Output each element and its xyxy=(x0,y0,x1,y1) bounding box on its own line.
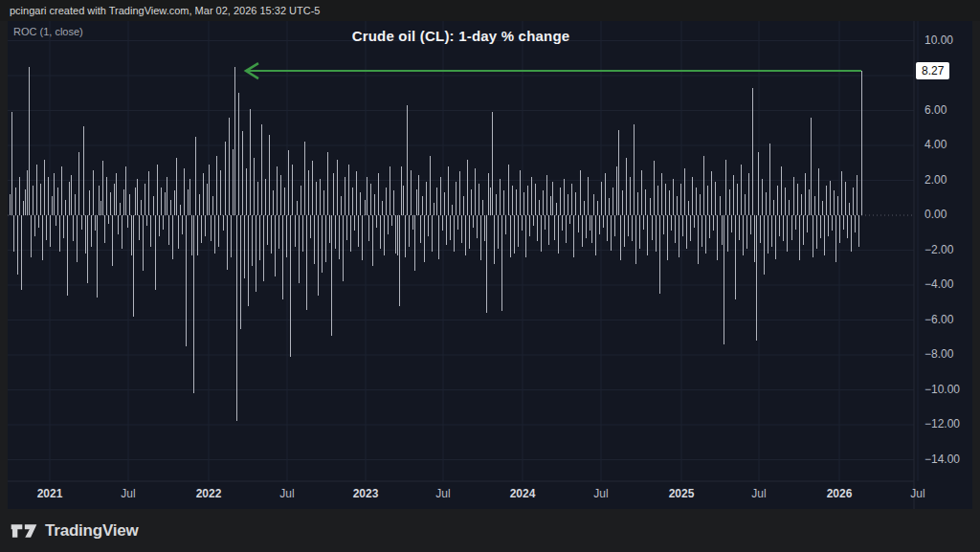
x-tick-label: Jul xyxy=(593,487,608,500)
y-tick-label: −12.00 xyxy=(924,417,960,431)
y-tick-label: −10.00 xyxy=(924,383,960,396)
tradingview-logo-icon[interactable] xyxy=(10,522,38,540)
x-tick-label: Jul xyxy=(910,487,924,500)
y-tick-label: 2.00 xyxy=(924,173,947,187)
y-tick-label: 6.00 xyxy=(924,103,947,117)
y-tick-label: 4.00 xyxy=(924,138,947,151)
x-tick-label: Jul xyxy=(751,487,766,500)
last-price-label: 8.27 xyxy=(916,62,949,79)
y-tick-label: −6.00 xyxy=(924,313,953,326)
tradingview-wordmark[interactable]: TradingView xyxy=(45,521,139,541)
x-tick-label: 2021 xyxy=(37,487,63,500)
y-tick-label: −4.00 xyxy=(924,277,953,291)
x-tick-label: Jul xyxy=(435,487,450,500)
y-tick-label: 10.00 xyxy=(924,33,953,47)
x-tick-label: 2024 xyxy=(510,487,536,500)
x-tick-label: Jul xyxy=(121,487,135,500)
attribution-text: pcingari created with TradingView.com, M… xyxy=(10,5,320,16)
y-tick-label: −8.00 xyxy=(924,347,953,361)
chart-pane[interactable]: ROC (1, close) Crude oil (CL): 1-day % c… xyxy=(8,21,972,509)
roc-histogram-plot[interactable] xyxy=(8,21,972,509)
x-tick-label: 2025 xyxy=(669,487,695,500)
y-tick-label: 0.00 xyxy=(924,208,947,221)
y-tick-label: −14.00 xyxy=(924,453,960,466)
x-tick-label: 2022 xyxy=(196,487,222,500)
chart-title: Crude oil (CL): 1-day % change xyxy=(8,28,914,44)
x-tick-label: Jul xyxy=(279,487,294,500)
x-tick-label: 2023 xyxy=(353,487,379,500)
y-tick-label: −2.00 xyxy=(924,243,953,256)
footer: TradingView xyxy=(0,509,980,552)
attribution-bar: pcingari created with TradingView.com, M… xyxy=(0,0,980,21)
x-tick-label: 2026 xyxy=(827,487,853,500)
